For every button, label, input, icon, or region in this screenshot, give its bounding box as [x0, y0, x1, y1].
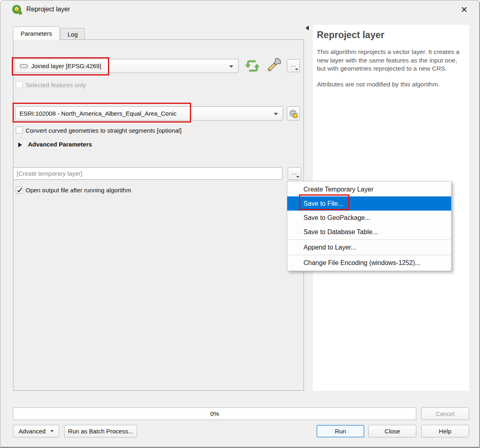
- advanced-parameters-label[interactable]: Advanced Parameters: [28, 141, 92, 148]
- parameters-panel: [13, 39, 304, 391]
- chevron-down-icon: [229, 65, 233, 68]
- ellipsis-icon: …: [291, 61, 297, 68]
- menu-item-save-to-geopackage[interactable]: Save to GeoPackage...: [287, 211, 451, 225]
- open-output-label: Open output file after running algorithm: [26, 187, 131, 194]
- advanced-button-label: Advanced: [19, 428, 46, 435]
- annotation-save-to-file-redbox: [299, 194, 349, 210]
- selected-features-label: Selected features only: [26, 82, 86, 88]
- checkmark-icon: [17, 187, 23, 193]
- annotation-input-layer-redbox: [12, 57, 109, 75]
- progress-value: 0%: [210, 410, 219, 417]
- menu-separator: [288, 255, 451, 255]
- help-paragraph: Attributes are not modified by this algo…: [317, 80, 465, 89]
- chevron-down-icon: [296, 176, 299, 178]
- help-button[interactable]: Help: [421, 425, 469, 437]
- ellipsis-icon: …: [291, 169, 297, 176]
- select-crs-button[interactable]: [287, 106, 300, 121]
- title-bar: Reproject layer ✕: [0, 0, 479, 19]
- close-button[interactable]: Close: [368, 425, 416, 437]
- progress-bar: 0%: [13, 407, 416, 420]
- close-icon[interactable]: ✕: [459, 4, 469, 15]
- help-paragraph: This algorithm reprojects a vector layer…: [317, 48, 465, 73]
- chevron-down-icon: [50, 430, 54, 432]
- tab-parameters[interactable]: Parameters: [13, 26, 60, 40]
- open-output-checkbox[interactable]: [16, 187, 23, 194]
- chevron-down-icon: [274, 113, 278, 115]
- annotation-target-crs-redbox: [13, 103, 191, 123]
- chevron-down-icon: [295, 69, 298, 70]
- convert-curved-label: Convert curved geometries to straight se…: [26, 127, 181, 134]
- run-button[interactable]: Run: [316, 425, 364, 437]
- advanced-button[interactable]: Advanced: [13, 425, 59, 437]
- help-title: Reproject layer: [317, 30, 465, 41]
- reprojected-output-field[interactable]: [13, 167, 282, 180]
- window-title: Reproject layer: [26, 6, 70, 13]
- run-batch-button[interactable]: Run as Batch Process...: [64, 425, 137, 437]
- selected-features-checkbox[interactable]: [16, 81, 23, 88]
- reproject-layer-dialog: Reproject layer ✕ Parameters Log Input l…: [0, 0, 480, 448]
- cancel-button[interactable]: Cancel: [421, 407, 469, 420]
- qgis-logo-icon: [12, 4, 22, 15]
- tab-log[interactable]: Log: [60, 28, 85, 40]
- advanced-options-wrench-icon[interactable]: [264, 57, 282, 75]
- menu-separator: [288, 239, 451, 240]
- collapse-help-panel-icon[interactable]: [306, 26, 309, 30]
- menu-item-change-file-encoding[interactable]: Change File Encoding (windows-1252)...: [287, 256, 451, 270]
- advanced-parameters-expander-icon[interactable]: [18, 142, 22, 147]
- menu-item-save-to-database-table[interactable]: Save to Database Table...: [287, 225, 451, 239]
- iterate-layer-icon[interactable]: [245, 59, 260, 73]
- convert-curved-checkbox[interactable]: [16, 127, 23, 134]
- menu-item-append-to-layer[interactable]: Append to Layer...: [287, 240, 451, 254]
- reprojected-options-button[interactable]: …: [288, 167, 301, 180]
- input-layer-options-button[interactable]: …: [287, 59, 300, 72]
- globe-crs-icon: [288, 109, 298, 118]
